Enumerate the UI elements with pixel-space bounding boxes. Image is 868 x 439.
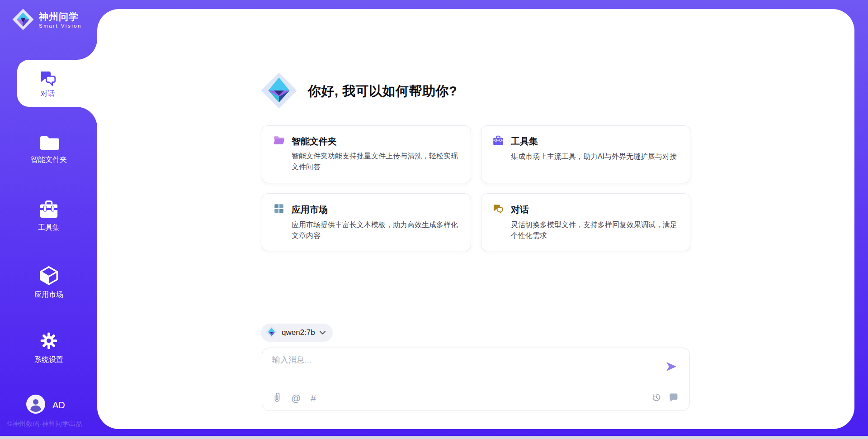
paperclip-icon bbox=[273, 391, 281, 405]
card-smart-folder[interactable]: 智能文件夹 智能文件夹功能支持批量文件上传与清洗，轻松实现文件问答 bbox=[262, 125, 471, 183]
user-avatar-icon bbox=[26, 395, 45, 415]
sidebar-item-toolset[interactable]: 工具集 bbox=[4, 199, 94, 233]
topic-button[interactable]: # bbox=[311, 392, 316, 404]
chevron-down-icon bbox=[319, 329, 326, 337]
sidebar-item-chat[interactable]: 对话 bbox=[17, 60, 97, 107]
chat-icon bbox=[38, 68, 57, 89]
card-title: 智能文件夹 bbox=[292, 135, 337, 148]
sidebar-item-label: 对话 bbox=[41, 89, 55, 99]
brand-tagline: Smart Vision bbox=[39, 22, 82, 29]
brand-diamond-icon bbox=[12, 8, 34, 33]
user-name: AD bbox=[52, 400, 65, 410]
send-icon bbox=[665, 367, 678, 374]
card-toolset[interactable]: 工具集 集成市场上主流工具，助力AI与外界无缝扩展与对接 bbox=[481, 125, 690, 183]
feature-cards: 智能文件夹 智能文件夹功能支持批量文件上传与清洗，轻松实现文件问答 工具集 集成… bbox=[262, 125, 690, 251]
sidebar-item-label: 应用市场 bbox=[4, 290, 94, 300]
at-icon: @ bbox=[291, 392, 301, 404]
card-description: 应用市场提供丰富长文本模板，助力高效生成多样化文章内容 bbox=[292, 220, 460, 241]
chat-bubble-icon bbox=[669, 393, 679, 403]
tab-fillet-top bbox=[76, 39, 97, 60]
hash-icon: # bbox=[311, 392, 316, 404]
attach-button[interactable] bbox=[273, 391, 281, 405]
gear-icon bbox=[4, 330, 94, 351]
sidebar-item-label: 系统设置 bbox=[4, 355, 94, 365]
grid-icon bbox=[273, 203, 285, 216]
window-bottom-edge bbox=[0, 436, 868, 439]
cube-icon bbox=[4, 265, 94, 286]
composer-divider bbox=[271, 384, 680, 384]
folder-icon bbox=[4, 133, 94, 151]
message-composer: @ # bbox=[262, 348, 690, 411]
sidebar-item-settings[interactable]: 系统设置 bbox=[4, 330, 94, 365]
user-button[interactable]: AD bbox=[26, 395, 65, 415]
sidebar-footer-note: ©神州数码·神州问学出品 bbox=[7, 420, 102, 428]
send-button[interactable] bbox=[665, 360, 678, 373]
tab-fillet-bottom bbox=[76, 107, 97, 128]
model-selector[interactable]: qwen2:7b bbox=[261, 324, 333, 342]
sidebar-item-app-market[interactable]: 应用市场 bbox=[4, 265, 94, 300]
history-icon bbox=[651, 392, 661, 404]
card-title: 应用市场 bbox=[292, 204, 328, 216]
mention-button[interactable]: @ bbox=[291, 392, 301, 404]
model-name: qwen2:7b bbox=[282, 328, 315, 337]
greeting: 你好, 我可以如何帮助你? bbox=[260, 72, 457, 111]
card-title: 工具集 bbox=[511, 135, 538, 148]
toolbox-icon bbox=[4, 199, 94, 219]
brand-name: 神州问学 bbox=[39, 11, 82, 22]
page-title: 你好, 我可以如何帮助你? bbox=[308, 82, 457, 100]
card-title: 对话 bbox=[511, 204, 529, 216]
card-app-market[interactable]: 应用市场 应用市场提供丰富长文本模板，助力高效生成多样化文章内容 bbox=[262, 193, 471, 251]
card-chat[interactable]: 对话 灵活切换多模型文件，支持多样回复效果调试，满足个性化需求 bbox=[481, 193, 690, 251]
brand-diamond-icon bbox=[265, 326, 278, 340]
card-description: 集成市场上主流工具，助力AI与外界无缝扩展与对接 bbox=[511, 151, 679, 162]
brand-diamond-icon bbox=[260, 72, 298, 111]
sidebar-item-label: 工具集 bbox=[4, 223, 94, 233]
history-button[interactable] bbox=[651, 392, 661, 404]
sidebar: 神州问学 Smart Vision 对话 智能文件夹 bbox=[0, 0, 97, 439]
chat-bubble-button[interactable] bbox=[669, 393, 679, 403]
sidebar-item-smart-folder[interactable]: 智能文件夹 bbox=[4, 133, 94, 165]
message-input[interactable] bbox=[272, 354, 652, 381]
open-folder-icon bbox=[273, 135, 285, 148]
chat-icon bbox=[492, 203, 504, 216]
sidebar-item-label: 智能文件夹 bbox=[4, 155, 94, 165]
card-description: 智能文件夹功能支持批量文件上传与清洗，轻松实现文件问答 bbox=[292, 151, 460, 172]
toolbox-icon bbox=[492, 135, 504, 148]
card-description: 灵活切换多模型文件，支持多样回复效果调试，满足个性化需求 bbox=[511, 220, 679, 241]
brand-logo: 神州问学 Smart Vision bbox=[12, 8, 82, 33]
